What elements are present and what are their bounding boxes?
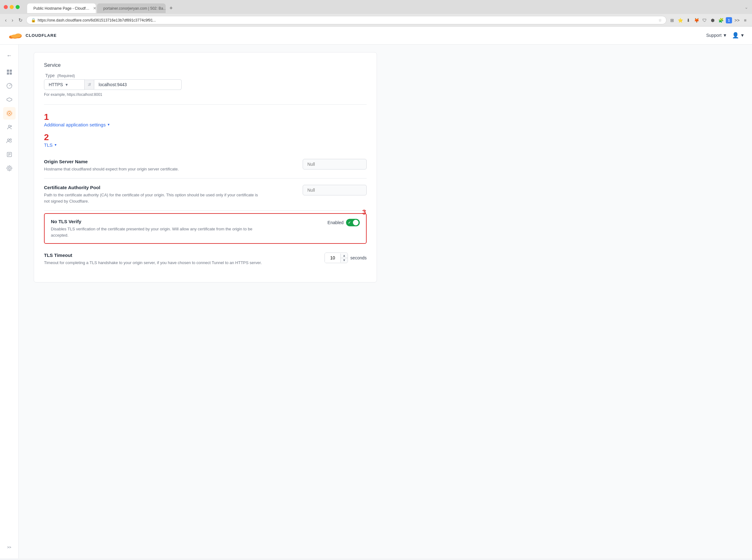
bookmark-icon-2[interactable]: ⭐ [677,17,683,23]
svg-point-14 [8,125,10,127]
origin-server-name-input[interactable] [303,159,367,169]
svg-rect-8 [10,73,12,75]
svg-line-10 [9,85,11,86]
users-icon [6,138,13,144]
svg-rect-6 [10,69,12,72]
workers-icon [6,124,13,130]
sidebar-item-analytics[interactable] [3,80,16,92]
extension-icon[interactable]: ⬢ [710,17,716,23]
sidebar-item-networks[interactable] [3,107,16,120]
cert-authority-pool-input[interactable] [303,185,367,195]
type-select-wrapper: HTTPS ▾ :// [44,79,182,90]
seconds-label: seconds [350,255,367,260]
tls-timeout-desc: Timeout for completing a TLS handshake t… [44,260,262,266]
protocol-separator: :// [85,80,94,89]
new-tab-button[interactable]: + [167,2,175,14]
origin-server-name-label: Origin Server Name [44,159,179,164]
tls-settings: Origin Server Name Hostname that cloudfl… [44,153,367,272]
dashboard-icon [6,69,13,75]
traffic-lights [0,2,23,12]
shield-icon[interactable]: 🛡 [702,17,708,23]
counter-icon[interactable]: 1 [726,17,732,23]
chevron-down-icon-1: ▾ [108,122,109,127]
app-layout: ← > [0,45,752,558]
address-url: https://one.dash.cloudflare.com/6d361513… [38,18,156,22]
additional-settings-toggle[interactable]: Additional application settings ▾ [44,122,109,127]
stepper-buttons: ▲ ▼ [341,254,348,262]
url-input[interactable] [94,79,182,90]
svg-point-16 [7,139,9,141]
stepper-input: ▲ ▼ [325,253,348,263]
grid-icon[interactable]: ⊞ [669,17,675,23]
address-bar[interactable]: 🔒 https://one.dash.cloudflare.com/6d3615… [26,16,667,24]
tls-timeout-info: TLS Timeout Timeout for completing a TLS… [44,253,262,266]
chevron-down-icon-2: ▾ [55,143,57,147]
sidebar-item-settings[interactable] [3,162,16,175]
networks-icon [6,110,13,116]
sidebar-item-users[interactable] [3,135,16,147]
sidebar-item-workers[interactable] [3,121,16,133]
form-hint: For example, https://localhost:8001 [44,93,367,97]
increment-button[interactable]: ▲ [341,254,348,258]
toggle-check-icon: ✓ [348,221,351,225]
origin-server-name-row: Origin Server Name Hostname that cloudfl… [44,153,367,179]
puzzle-icon[interactable]: 🧩 [718,17,724,23]
sidebar-item-tunnels[interactable] [3,93,16,106]
svg-point-17 [10,139,11,140]
no-tls-verify-row: 3 No TLS Verify Disables TLS verificatio… [44,213,367,244]
close-button[interactable] [4,5,8,9]
nav-icons: ⊞ ⭐ ⬇ 🦊 🛡 ⬢ 🧩 1 >> ≡ [669,17,748,23]
type-label: Type (Required) [44,73,182,78]
profile-icon[interactable]: 🦊 [693,17,699,23]
decrement-button[interactable]: ▼ [341,258,348,262]
bookmark-icon[interactable]: ☆ [658,18,662,22]
type-form-group: Type (Required) HTTPS ▾ :// [44,73,182,90]
no-tls-verify-info: No TLS Verify Disables TLS verification … [51,219,269,238]
sidebar: ← > [0,45,19,558]
tab-overflow[interactable]: ⌄ [741,2,752,12]
tls-toggle[interactable]: TLS ▾ [44,142,57,148]
sidebar-item-dashboard[interactable] [3,66,16,78]
tls-timeout-label: TLS Timeout [44,253,262,258]
step-number-1: 1 [44,112,367,122]
svg-rect-7 [7,73,9,75]
no-tls-verify-label: No TLS Verify [51,219,269,224]
protocol-value: HTTPS [49,82,63,87]
cf-logo-text: CLOUDFLARE [26,33,57,38]
support-label: Support [706,33,721,38]
service-label: Service [44,62,367,68]
user-menu-button[interactable]: 👤 ▼ [732,32,745,39]
no-tls-verify-desc: Disables TLS verification of the certifi… [51,226,269,238]
cert-authority-pool-control [303,185,367,195]
cf-header-right: Support ▼ 👤 ▼ [706,32,745,39]
download-icon[interactable]: ⬇ [685,17,691,23]
service-form-row: Type (Required) HTTPS ▾ :// [44,73,367,90]
back-nav-button[interactable]: ‹ [4,16,8,24]
svg-point-11 [9,113,10,114]
user-chevron: ▼ [740,33,745,38]
chevron-down-icon: ▾ [65,82,68,87]
tab-label: Public Hostname Page - Cloudf… [34,6,89,11]
tab-cloudflare[interactable]: Public Hostname Page - Cloudf… ✕ [27,3,96,13]
minimize-button[interactable] [10,5,14,9]
maximize-button[interactable] [16,5,20,9]
tunnels-icon [6,97,13,103]
reload-button[interactable]: ↻ [17,16,24,24]
sidebar-expand-button[interactable]: >> [3,541,16,554]
no-tls-verify-toggle[interactable]: ✓ [346,219,360,226]
menu-icon[interactable]: ≡ [742,17,748,23]
no-tls-verify-content: No TLS Verify Disables TLS verification … [51,219,360,238]
tab-portainer[interactable]: portainer.conorjwryan.com | 502: Ba… ✕ [97,3,166,13]
more-extensions-icon[interactable]: >> [734,17,740,23]
forward-nav-button[interactable]: › [10,16,14,24]
protocol-select[interactable]: HTTPS ▾ [44,79,85,90]
user-icon: 👤 [732,32,739,39]
svg-point-15 [11,125,12,127]
support-button[interactable]: Support ▼ [706,33,727,38]
sidebar-item-logs[interactable] [3,148,16,161]
step-number-2: 2 [44,132,367,142]
timeout-value-input[interactable] [325,253,341,263]
tab-close[interactable]: ✕ [93,6,96,11]
no-tls-verify-control: Enabled ✓ [328,219,360,226]
sidebar-item-back[interactable]: ← [3,49,16,62]
